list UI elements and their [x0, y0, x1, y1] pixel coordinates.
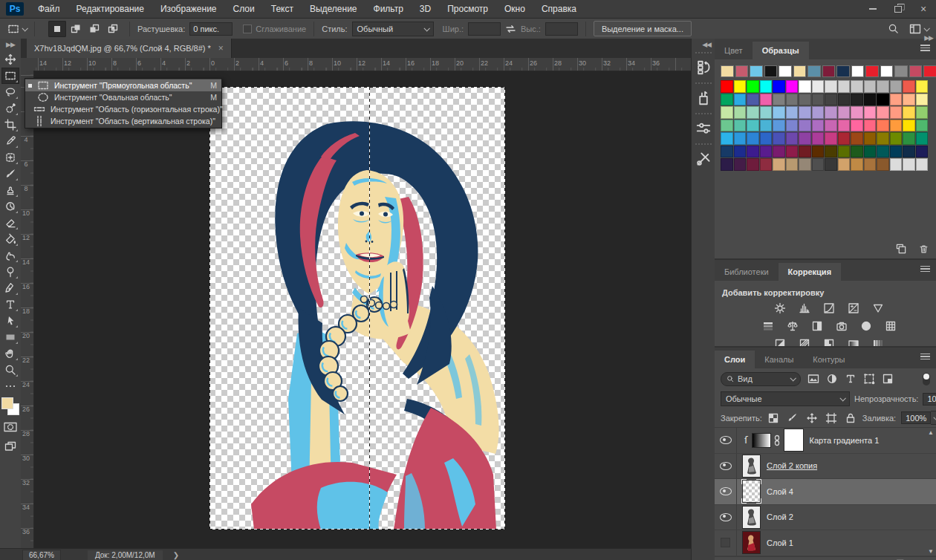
color-swatch[interactable]	[890, 132, 903, 145]
type-tool[interactable]	[1, 296, 19, 313]
lock-pixels-icon[interactable]	[787, 411, 799, 424]
menu-item[interactable]: Изображение	[152, 0, 225, 18]
select-and-mask-button[interactable]: Выделение и маска...	[594, 21, 692, 36]
color-swatch[interactable]	[838, 106, 851, 119]
color-swatch[interactable]	[838, 132, 851, 145]
layer-mask-thumbnail[interactable]	[784, 429, 803, 451]
color-swatch[interactable]	[851, 106, 863, 119]
rectangular-marquee-tool[interactable]	[1, 68, 19, 84]
color-swatch[interactable]	[890, 146, 903, 158]
color-swatch[interactable]	[721, 132, 733, 145]
lock-transparency-icon[interactable]	[767, 411, 780, 424]
color-swatch[interactable]	[903, 158, 915, 171]
style-dropdown[interactable]: Обычный	[352, 22, 434, 36]
menu-item[interactable]: Редактирование	[68, 0, 152, 18]
color-swatch[interactable]	[799, 80, 811, 93]
layer-row[interactable]: Слой 2 копия	[715, 454, 936, 480]
layer-name[interactable]: Слой 2 копия	[767, 461, 817, 470]
layer-visibility-cell[interactable]	[715, 505, 737, 530]
color-swatch[interactable]	[864, 132, 877, 145]
color-swatch[interactable]	[721, 146, 733, 158]
panel-tab-Слои[interactable]: Слои	[715, 351, 755, 368]
menu-item[interactable]: 3D	[412, 0, 439, 18]
color-swatch[interactable]	[877, 106, 889, 119]
color-swatch[interactable]	[747, 94, 759, 106]
color-swatch[interactable]	[747, 106, 759, 119]
color-swatch[interactable]	[916, 106, 929, 119]
layer-visibility-cell[interactable]	[715, 428, 737, 453]
quick-mask-button[interactable]	[1, 420, 19, 434]
layer-filter-toggle[interactable]	[923, 373, 930, 385]
color-swatch[interactable]	[721, 94, 733, 106]
color-swatch[interactable]	[838, 158, 851, 171]
color-swatch[interactable]	[773, 146, 785, 158]
color-swatch[interactable]	[773, 158, 785, 171]
tool-presets-panel-icon[interactable]	[693, 148, 714, 170]
new-swatch-icon[interactable]	[896, 244, 907, 254]
panel-tab-Библиотеки[interactable]: Библиотеки	[715, 263, 779, 281]
path-selection-tool[interactable]	[1, 313, 19, 329]
color-swatch[interactable]	[903, 120, 915, 132]
color-swatch[interactable]	[890, 106, 903, 119]
eye-icon[interactable]	[720, 487, 732, 495]
menu-item[interactable]: Просмотр	[439, 0, 496, 18]
color-swatch[interactable]	[916, 132, 929, 145]
color-swatch[interactable]	[786, 158, 799, 171]
menu-item[interactable]: Фильтр	[365, 0, 412, 18]
color-swatch[interactable]	[760, 80, 773, 93]
recent-swatch[interactable]	[750, 65, 763, 77]
color-swatch[interactable]	[825, 80, 837, 93]
layer-name[interactable]: Слой 1	[767, 538, 793, 547]
layer-thumbnail[interactable]	[743, 507, 760, 528]
color-swatch[interactable]	[773, 94, 785, 106]
color-swatch[interactable]	[786, 146, 799, 158]
eye-icon[interactable]	[720, 462, 732, 470]
color-swatch[interactable]	[864, 120, 877, 132]
color-swatch[interactable]	[890, 120, 903, 132]
color-swatch[interactable]	[903, 132, 915, 145]
recent-swatch[interactable]	[880, 65, 894, 77]
zoom-tool[interactable]	[1, 362, 19, 378]
color-swatch[interactable]	[851, 94, 863, 106]
eye-icon[interactable]	[720, 513, 732, 521]
color-swatch[interactable]	[825, 132, 837, 145]
color-swatch[interactable]	[903, 80, 915, 93]
color-swatch[interactable]	[890, 94, 903, 106]
color-swatch[interactable]	[825, 106, 837, 119]
shape-layer-filter-icon[interactable]	[862, 373, 875, 385]
color-swatch[interactable]	[734, 132, 747, 145]
recent-swatch[interactable]	[851, 65, 865, 77]
color-swatch[interactable]	[747, 132, 759, 145]
flyout-item[interactable]: Инструмент "Область (горизонтальная стро…	[25, 103, 221, 115]
feather-input[interactable]	[189, 22, 233, 36]
layer-name[interactable]: Слой 2	[767, 512, 793, 521]
color-swatch[interactable]	[864, 158, 877, 171]
color-swatch[interactable]	[799, 132, 811, 145]
recent-swatch[interactable]	[735, 65, 749, 77]
color-swatch[interactable]	[812, 132, 825, 145]
recent-swatch[interactable]	[721, 65, 734, 77]
color-swatch[interactable]	[734, 106, 747, 119]
eyedropper-tool[interactable]	[1, 133, 19, 149]
hue-saturation-icon[interactable]	[760, 320, 776, 332]
lasso-tool[interactable]	[1, 84, 19, 100]
collapse-dock-icon[interactable]: ◀◀	[702, 39, 711, 48]
color-swatch[interactable]	[734, 158, 747, 171]
channel-mixer-icon[interactable]	[858, 320, 874, 332]
color-swatch[interactable]	[760, 94, 773, 106]
smart-object-filter-icon[interactable]	[881, 373, 894, 385]
panel-tab-Каналы[interactable]: Каналы	[755, 351, 803, 368]
color-swatch[interactable]	[799, 146, 811, 158]
eraser-tool[interactable]	[1, 215, 19, 231]
menu-item[interactable]: Справка	[533, 0, 585, 18]
flyout-item[interactable]: Инструмент "Область (вертикальная строка…	[25, 115, 221, 127]
color-swatch[interactable]	[734, 146, 747, 158]
color-swatch[interactable]	[877, 146, 889, 158]
color-swatch[interactable]	[786, 106, 799, 119]
color-swatch[interactable]	[877, 80, 889, 93]
history-brush-tool[interactable]	[1, 198, 19, 215]
layer-visibility-cell[interactable]	[715, 530, 737, 556]
hand-tool[interactable]	[1, 345, 19, 362]
layer-row[interactable]: Слой 2	[715, 505, 936, 531]
color-swatch[interactable]	[903, 106, 915, 119]
